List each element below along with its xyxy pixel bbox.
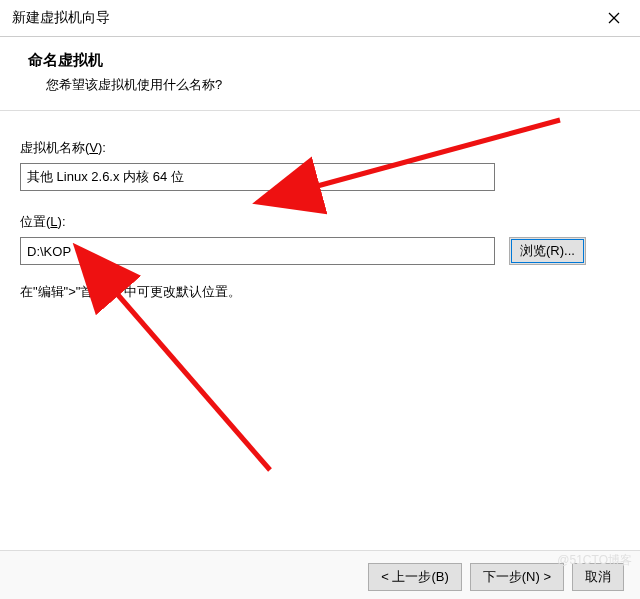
close-icon[interactable]: [596, 6, 632, 30]
cancel-button[interactable]: 取消: [572, 563, 624, 591]
default-location-hint: 在"编辑">"首选项"中可更改默认位置。: [20, 283, 620, 301]
next-button[interactable]: 下一步(N) >: [470, 563, 564, 591]
svg-line-4: [112, 288, 270, 470]
location-row: 浏览(R)...: [20, 237, 620, 265]
location-input[interactable]: [20, 237, 495, 265]
wizard-footer: < 上一步(B) 下一步(N) > 取消: [0, 550, 640, 599]
wizard-header: 命名虚拟机 您希望该虚拟机使用什么名称?: [0, 37, 640, 111]
window-title: 新建虚拟机向导: [12, 9, 110, 27]
location-label: 位置(L):: [20, 213, 620, 231]
titlebar: 新建虚拟机向导: [0, 0, 640, 37]
back-button[interactable]: < 上一步(B): [368, 563, 462, 591]
page-subtitle: 您希望该虚拟机使用什么名称?: [46, 76, 620, 94]
page-title: 命名虚拟机: [28, 51, 620, 70]
vm-name-label: 虚拟机名称(V):: [20, 139, 620, 157]
browse-button[interactable]: 浏览(R)...: [509, 237, 586, 265]
wizard-body: 虚拟机名称(V): 位置(L): 浏览(R)... 在"编辑">"首选项"中可更…: [0, 111, 640, 311]
vm-name-input[interactable]: [20, 163, 495, 191]
